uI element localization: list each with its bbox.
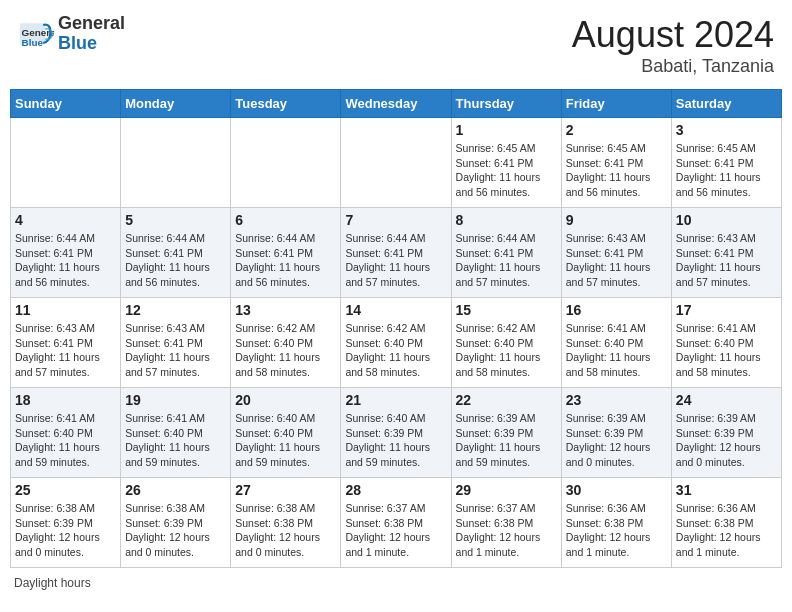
- day-number: 21: [345, 392, 446, 408]
- weekday-header-monday: Monday: [121, 90, 231, 118]
- day-info: Sunrise: 6:42 AM Sunset: 6:40 PM Dayligh…: [345, 321, 446, 380]
- calendar-cell: [121, 118, 231, 208]
- calendar-cell: 24Sunrise: 6:39 AM Sunset: 6:39 PM Dayli…: [671, 388, 781, 478]
- calendar-cell: 3Sunrise: 6:45 AM Sunset: 6:41 PM Daylig…: [671, 118, 781, 208]
- day-info: Sunrise: 6:43 AM Sunset: 6:41 PM Dayligh…: [676, 231, 777, 290]
- day-info: Sunrise: 6:36 AM Sunset: 6:38 PM Dayligh…: [676, 501, 777, 560]
- calendar-cell: [341, 118, 451, 208]
- day-number: 22: [456, 392, 557, 408]
- day-number: 5: [125, 212, 226, 228]
- day-number: 31: [676, 482, 777, 498]
- day-info: Sunrise: 6:41 AM Sunset: 6:40 PM Dayligh…: [566, 321, 667, 380]
- day-number: 29: [456, 482, 557, 498]
- day-info: Sunrise: 6:45 AM Sunset: 6:41 PM Dayligh…: [676, 141, 777, 200]
- calendar-cell: 12Sunrise: 6:43 AM Sunset: 6:41 PM Dayli…: [121, 298, 231, 388]
- day-number: 27: [235, 482, 336, 498]
- calendar-cell: 8Sunrise: 6:44 AM Sunset: 6:41 PM Daylig…: [451, 208, 561, 298]
- day-info: Sunrise: 6:44 AM Sunset: 6:41 PM Dayligh…: [456, 231, 557, 290]
- day-number: 16: [566, 302, 667, 318]
- day-number: 18: [15, 392, 116, 408]
- calendar-cell: 18Sunrise: 6:41 AM Sunset: 6:40 PM Dayli…: [11, 388, 121, 478]
- weekday-header-sunday: Sunday: [11, 90, 121, 118]
- day-number: 1: [456, 122, 557, 138]
- day-info: Sunrise: 6:41 AM Sunset: 6:40 PM Dayligh…: [15, 411, 116, 470]
- day-info: Sunrise: 6:44 AM Sunset: 6:41 PM Dayligh…: [345, 231, 446, 290]
- calendar-cell: 19Sunrise: 6:41 AM Sunset: 6:40 PM Dayli…: [121, 388, 231, 478]
- day-number: 7: [345, 212, 446, 228]
- calendar-cell: 2Sunrise: 6:45 AM Sunset: 6:41 PM Daylig…: [561, 118, 671, 208]
- calendar-cell: 4Sunrise: 6:44 AM Sunset: 6:41 PM Daylig…: [11, 208, 121, 298]
- day-number: 26: [125, 482, 226, 498]
- weekday-header-row: SundayMondayTuesdayWednesdayThursdayFrid…: [11, 90, 782, 118]
- calendar-cell: 25Sunrise: 6:38 AM Sunset: 6:39 PM Dayli…: [11, 478, 121, 568]
- calendar-cell: 15Sunrise: 6:42 AM Sunset: 6:40 PM Dayli…: [451, 298, 561, 388]
- day-number: 19: [125, 392, 226, 408]
- day-number: 9: [566, 212, 667, 228]
- day-info: Sunrise: 6:43 AM Sunset: 6:41 PM Dayligh…: [125, 321, 226, 380]
- calendar-cell: 30Sunrise: 6:36 AM Sunset: 6:38 PM Dayli…: [561, 478, 671, 568]
- day-number: 28: [345, 482, 446, 498]
- day-number: 25: [15, 482, 116, 498]
- day-info: Sunrise: 6:45 AM Sunset: 6:41 PM Dayligh…: [566, 141, 667, 200]
- day-info: Sunrise: 6:39 AM Sunset: 6:39 PM Dayligh…: [566, 411, 667, 470]
- calendar-cell: 29Sunrise: 6:37 AM Sunset: 6:38 PM Dayli…: [451, 478, 561, 568]
- weekday-header-tuesday: Tuesday: [231, 90, 341, 118]
- day-number: 20: [235, 392, 336, 408]
- calendar-cell: 10Sunrise: 6:43 AM Sunset: 6:41 PM Dayli…: [671, 208, 781, 298]
- day-info: Sunrise: 6:42 AM Sunset: 6:40 PM Dayligh…: [235, 321, 336, 380]
- day-number: 8: [456, 212, 557, 228]
- location-title: Babati, Tanzania: [572, 56, 774, 77]
- day-info: Sunrise: 6:40 AM Sunset: 6:40 PM Dayligh…: [235, 411, 336, 470]
- calendar-week-row: 11Sunrise: 6:43 AM Sunset: 6:41 PM Dayli…: [11, 298, 782, 388]
- day-number: 24: [676, 392, 777, 408]
- calendar-cell: 26Sunrise: 6:38 AM Sunset: 6:39 PM Dayli…: [121, 478, 231, 568]
- weekday-header-saturday: Saturday: [671, 90, 781, 118]
- calendar-table: SundayMondayTuesdayWednesdayThursdayFrid…: [10, 89, 782, 568]
- calendar-cell: 28Sunrise: 6:37 AM Sunset: 6:38 PM Dayli…: [341, 478, 451, 568]
- day-info: Sunrise: 6:44 AM Sunset: 6:41 PM Dayligh…: [125, 231, 226, 290]
- calendar-cell: 1Sunrise: 6:45 AM Sunset: 6:41 PM Daylig…: [451, 118, 561, 208]
- day-number: 17: [676, 302, 777, 318]
- calendar-cell: [231, 118, 341, 208]
- day-number: 15: [456, 302, 557, 318]
- day-number: 13: [235, 302, 336, 318]
- weekday-header-thursday: Thursday: [451, 90, 561, 118]
- day-info: Sunrise: 6:44 AM Sunset: 6:41 PM Dayligh…: [235, 231, 336, 290]
- day-number: 4: [15, 212, 116, 228]
- day-number: 2: [566, 122, 667, 138]
- calendar-cell: 22Sunrise: 6:39 AM Sunset: 6:39 PM Dayli…: [451, 388, 561, 478]
- day-info: Sunrise: 6:43 AM Sunset: 6:41 PM Dayligh…: [566, 231, 667, 290]
- calendar-week-row: 4Sunrise: 6:44 AM Sunset: 6:41 PM Daylig…: [11, 208, 782, 298]
- day-info: Sunrise: 6:42 AM Sunset: 6:40 PM Dayligh…: [456, 321, 557, 380]
- day-info: Sunrise: 6:38 AM Sunset: 6:38 PM Dayligh…: [235, 501, 336, 560]
- day-number: 10: [676, 212, 777, 228]
- calendar-cell: 11Sunrise: 6:43 AM Sunset: 6:41 PM Dayli…: [11, 298, 121, 388]
- day-info: Sunrise: 6:39 AM Sunset: 6:39 PM Dayligh…: [456, 411, 557, 470]
- logo-icon: General Blue: [18, 16, 54, 52]
- calendar-cell: 17Sunrise: 6:41 AM Sunset: 6:40 PM Dayli…: [671, 298, 781, 388]
- day-info: Sunrise: 6:37 AM Sunset: 6:38 PM Dayligh…: [456, 501, 557, 560]
- logo-text: General Blue: [58, 14, 125, 54]
- day-number: 30: [566, 482, 667, 498]
- legend-area: Daylight hours: [10, 576, 782, 590]
- calendar-cell: 27Sunrise: 6:38 AM Sunset: 6:38 PM Dayli…: [231, 478, 341, 568]
- day-info: Sunrise: 6:43 AM Sunset: 6:41 PM Dayligh…: [15, 321, 116, 380]
- day-number: 3: [676, 122, 777, 138]
- calendar-cell: 5Sunrise: 6:44 AM Sunset: 6:41 PM Daylig…: [121, 208, 231, 298]
- calendar-week-row: 18Sunrise: 6:41 AM Sunset: 6:40 PM Dayli…: [11, 388, 782, 478]
- calendar-week-row: 25Sunrise: 6:38 AM Sunset: 6:39 PM Dayli…: [11, 478, 782, 568]
- day-number: 14: [345, 302, 446, 318]
- day-info: Sunrise: 6:41 AM Sunset: 6:40 PM Dayligh…: [125, 411, 226, 470]
- logo-blue-text: Blue: [58, 34, 125, 54]
- calendar-cell: 16Sunrise: 6:41 AM Sunset: 6:40 PM Dayli…: [561, 298, 671, 388]
- month-title: August 2024: [572, 14, 774, 56]
- legend-text: Daylight hours: [14, 576, 91, 590]
- logo: General Blue General Blue: [18, 14, 125, 54]
- calendar-cell: 23Sunrise: 6:39 AM Sunset: 6:39 PM Dayli…: [561, 388, 671, 478]
- calendar-cell: 21Sunrise: 6:40 AM Sunset: 6:39 PM Dayli…: [341, 388, 451, 478]
- day-info: Sunrise: 6:41 AM Sunset: 6:40 PM Dayligh…: [676, 321, 777, 380]
- calendar-week-row: 1Sunrise: 6:45 AM Sunset: 6:41 PM Daylig…: [11, 118, 782, 208]
- day-info: Sunrise: 6:44 AM Sunset: 6:41 PM Dayligh…: [15, 231, 116, 290]
- calendar-cell: 14Sunrise: 6:42 AM Sunset: 6:40 PM Dayli…: [341, 298, 451, 388]
- weekday-header-wednesday: Wednesday: [341, 90, 451, 118]
